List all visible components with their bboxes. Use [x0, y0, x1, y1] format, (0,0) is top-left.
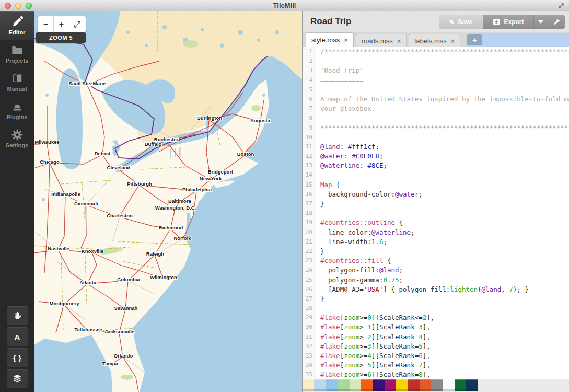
code-line[interactable]: 12@water: #C0E0F8;: [303, 152, 569, 161]
code-text: [316, 85, 320, 95]
save-button[interactable]: ✎ Save: [439, 15, 483, 29]
map-label-philadelphia: Philadelphia: [182, 187, 212, 192]
code-text: #lake[zoom>=1][ScaleRank=3],: [316, 322, 431, 332]
code-line[interactable]: 20 line-color:@waterline;: [303, 228, 569, 237]
code-line[interactable]: 31#lake[zoom>=2][ScaleRank=4],: [303, 332, 569, 342]
code-line[interactable]: 16 background-color:@water;: [303, 190, 569, 199]
line-number: 11: [303, 142, 316, 152]
palette-swatch-f5d402[interactable]: [396, 379, 408, 391]
code-line[interactable]: 1/**************************************…: [303, 47, 569, 56]
code-line[interactable]: 5: [303, 85, 569, 95]
sidebar-item-editor[interactable]: Editor: [0, 11, 34, 40]
code-line[interactable]: 29#lake[zoom>=0][ScaleRank<=2],: [303, 313, 569, 322]
sidebar-item-manual[interactable]: Manual: [0, 68, 34, 96]
code-line[interactable]: 11@land: #fff1cf;: [303, 142, 569, 152]
code-line[interactable]: 19#countries::outline {: [303, 218, 569, 227]
palette-swatch-fafafa[interactable]: [443, 379, 455, 391]
palette-swatch-a8d89a[interactable]: [338, 379, 349, 391]
palette-swatch-faeec7[interactable]: [303, 379, 314, 391]
line-number: 12: [303, 152, 316, 161]
tab-labels-mss[interactable]: labels.mss×: [409, 34, 460, 47]
code-line[interactable]: 14: [303, 170, 569, 180]
code-text: @water: #C0E0F8;: [316, 152, 383, 161]
zoom-in-button[interactable]: +: [54, 16, 69, 32]
close-tab-icon[interactable]: ×: [451, 37, 455, 45]
sidebar-item-projects[interactable]: Projects: [0, 40, 34, 68]
code-editor[interactable]: 1/**************************************…: [303, 47, 569, 379]
layers-tool[interactable]: [7, 369, 28, 388]
code-line[interactable]: 9***************************************…: [303, 123, 569, 133]
map-label-boston: Boston: [237, 151, 254, 157]
map-canvas[interactable]: Sault Ste. MarieMilwaukeeChicagoDetroitC…: [34, 11, 302, 392]
code-line[interactable]: 3'Road Trip': [303, 66, 569, 75]
code-line[interactable]: 32#lake[zoom>=3][ScaleRank=5],: [303, 342, 569, 351]
code-line[interactable]: 34#lake[zoom>=5][ScaleRank=7],: [303, 361, 569, 370]
code-line[interactable]: 21 line-width:1.6;: [303, 237, 569, 247]
code-text: #lake[zoom>=5][ScaleRank=7],: [316, 361, 431, 370]
line-number: 30: [303, 322, 316, 332]
palette-swatch-11365e[interactable]: [466, 379, 478, 391]
close-tab-icon[interactable]: ×: [397, 37, 401, 45]
zoom-extent-button[interactable]: ⤢: [69, 16, 85, 32]
zoom-level-tooltip: ZOOM 5: [36, 32, 86, 43]
code-text: @waterline: #8CE;: [316, 161, 387, 170]
line-number: 27: [303, 294, 316, 304]
code-line[interactable]: 15Map {: [303, 180, 569, 190]
fonts-tool[interactable]: A: [7, 327, 28, 346]
tab-roads-mss[interactable]: roads.mss×: [356, 34, 407, 47]
code-line[interactable]: 13@waterline: #8CE;: [303, 161, 569, 170]
palette-swatch-b8d9f0[interactable]: [314, 379, 326, 391]
palette-swatch-076e35[interactable]: [455, 379, 466, 391]
line-number: 29: [303, 313, 316, 322]
code-line[interactable]: 27}: [303, 294, 569, 304]
sidebar-item-settings[interactable]: Settings: [0, 124, 34, 153]
palette-swatch-d6e8b8[interactable]: [350, 379, 361, 391]
code-line[interactable]: 2: [303, 56, 569, 66]
map-label-norfolk: Norfolk: [173, 235, 191, 241]
palette-swatch-c03028[interactable]: [408, 379, 420, 391]
pan-tool[interactable]: [7, 306, 28, 325]
zoom-out-button[interactable]: −: [38, 16, 54, 32]
project-settings-button[interactable]: [548, 15, 565, 29]
tab-label: style.mss: [311, 36, 340, 44]
code-line[interactable]: 33#lake[zoom>=4][ScaleRank=6],: [303, 351, 569, 361]
palette-swatch-f55f14[interactable]: [361, 379, 373, 391]
export-button[interactable]: Export: [483, 15, 533, 29]
code-line[interactable]: 18: [303, 209, 569, 218]
code-line[interactable]: 28: [303, 304, 569, 313]
map-preview-pane[interactable]: Sault Ste. MarieMilwaukeeChicagoDetroitC…: [34, 11, 302, 392]
code-line[interactable]: 23#countries::fill {: [303, 256, 569, 266]
code-line[interactable]: 30#lake[zoom>=1][ScaleRank=3],: [303, 322, 569, 332]
fullscreen-arrows-icon[interactable]: [558, 2, 565, 9]
code-line[interactable]: 22}: [303, 247, 569, 256]
add-stylesheet-button[interactable]: +: [467, 34, 482, 45]
map-label-tallahassee: Tallahassee: [74, 327, 102, 332]
code-line[interactable]: 7your glovebox.: [303, 104, 569, 113]
carto-reference-tool[interactable]: { }: [7, 348, 28, 367]
code-line[interactable]: 10: [303, 133, 569, 142]
code-line[interactable]: 26 [ADM0_A3='USA'] { polygon-fill:lighte…: [303, 285, 569, 294]
line-number: 21: [303, 237, 316, 247]
palette-swatch-8a8a8a[interactable]: [431, 379, 443, 391]
line-number: 19: [303, 218, 316, 227]
code-line[interactable]: 24 polygon-fill:@land;: [303, 266, 569, 275]
code-line[interactable]: 17}: [303, 199, 569, 209]
pencil-icon: [11, 16, 23, 28]
palette-swatch-3a1178[interactable]: [373, 379, 384, 391]
palette-swatch-a8116e[interactable]: [385, 379, 396, 391]
code-line[interactable]: 35#lake[zoom>=6][ScaleRank=8],: [303, 370, 569, 379]
palette-swatch-e05a2e[interactable]: [420, 379, 431, 391]
code-line[interactable]: 4===========: [303, 76, 569, 85]
code-line[interactable]: 6A map of the United States inspired by …: [303, 95, 569, 104]
code-line[interactable]: 8: [303, 113, 569, 123]
export-button-label: Export: [504, 18, 524, 26]
close-tab-icon[interactable]: ×: [344, 36, 348, 44]
export-dropdown-caret[interactable]: [533, 15, 548, 29]
tab-style-mss[interactable]: style.mss×: [306, 32, 354, 47]
map-label-washington-d-c-: Washington, D.C.: [155, 205, 196, 211]
palette-swatch-8fc6e8[interactable]: [326, 379, 338, 391]
map-label-nashville: Nashville: [48, 246, 69, 251]
code-line[interactable]: 25 polygon-gamma:0.75;: [303, 275, 569, 285]
sidebar-item-plugins[interactable]: Plugins: [0, 96, 34, 124]
code-text: A map of the United States inspired by t…: [316, 95, 569, 104]
